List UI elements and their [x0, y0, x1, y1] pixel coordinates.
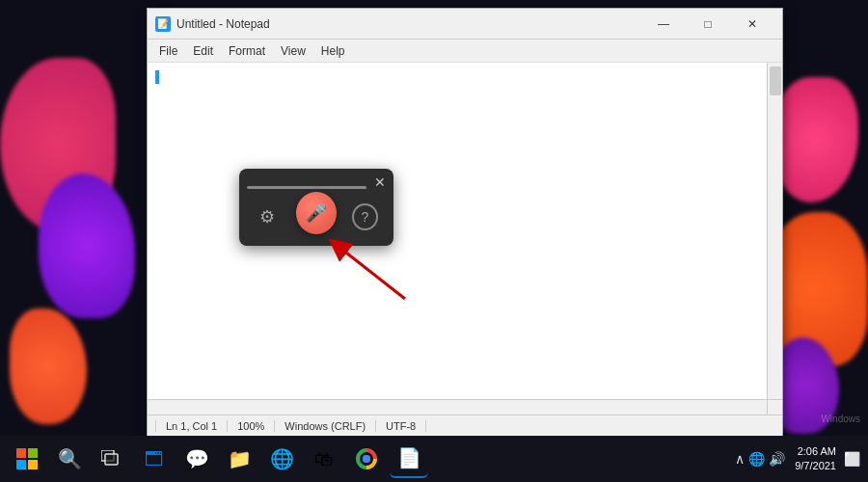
- notepad-app-icon: 📝: [155, 16, 171, 32]
- svg-rect-3: [28, 448, 38, 458]
- microphone-icon: 🎤: [306, 202, 327, 224]
- system-clock[interactable]: 2:06 AM 9/7/2021: [795, 444, 836, 474]
- svg-rect-4: [16, 460, 26, 469]
- help-icon: ?: [362, 209, 369, 225]
- windows-watermark: Windows: [821, 414, 860, 424]
- window-title: Untitled - Notepad: [176, 17, 641, 31]
- taskbar-explorer-button[interactable]: 📁: [220, 440, 258, 478]
- bg-blob-3: [10, 308, 87, 424]
- chrome-icon: [353, 445, 380, 472]
- chat-icon: 💬: [183, 445, 210, 472]
- menu-format[interactable]: Format: [221, 42, 273, 60]
- status-bar: Ln 1, Col 1 100% Windows (CRLF) UTF-8: [148, 415, 782, 436]
- drag-handle[interactable]: [247, 186, 366, 189]
- scroll-corner: [767, 399, 782, 415]
- widgets-icon: 🗔: [141, 445, 168, 472]
- taskbar-edge-button[interactable]: 🌐: [262, 440, 301, 478]
- taskbar-chat-button[interactable]: 💬: [177, 440, 216, 478]
- taskbar-store-button[interactable]: 🛍: [305, 440, 343, 478]
- notification-icon[interactable]: ⬜: [844, 451, 860, 467]
- edge-icon: 🌐: [268, 445, 295, 472]
- bottom-scroll-row: [148, 399, 782, 415]
- scrollbar-thumb[interactable]: [770, 67, 781, 95]
- bg-blob-4: [772, 77, 858, 202]
- tray-volume-icon[interactable]: 🔊: [769, 451, 785, 467]
- voice-help-button[interactable]: ?: [352, 203, 378, 230]
- tray-network-icon[interactable]: 🌐: [748, 451, 765, 467]
- horizontal-scrollbar[interactable]: [148, 399, 767, 415]
- taskbar-chrome-button[interactable]: [347, 440, 386, 478]
- maximize-button[interactable]: □: [686, 9, 730, 40]
- taskview-icon: [98, 445, 125, 472]
- clock-date: 9/7/2021: [795, 459, 836, 473]
- taskbar-taskview-button[interactable]: [93, 440, 131, 478]
- vertical-scrollbar[interactable]: [767, 63, 782, 399]
- voice-mic-button[interactable]: 🎤: [296, 192, 337, 234]
- svg-rect-2: [16, 448, 26, 458]
- voice-popup-controls: ⚙ 🎤 ?: [239, 196, 393, 246]
- menu-file[interactable]: File: [151, 42, 185, 60]
- taskbar-start-button[interactable]: [8, 440, 46, 478]
- tray-chevron-icon[interactable]: ∧: [735, 451, 745, 467]
- close-button[interactable]: ✕: [730, 9, 774, 40]
- menu-edit[interactable]: Edit: [185, 42, 221, 60]
- windows-start-icon: [14, 445, 41, 472]
- clock-time: 2:06 AM: [795, 444, 836, 459]
- window-controls: — □ ✕: [641, 9, 774, 40]
- minimize-button[interactable]: —: [641, 9, 686, 40]
- gear-icon: ⚙: [259, 206, 275, 228]
- taskbar-widgets-button[interactable]: 🗔: [135, 440, 174, 478]
- title-bar: 📝 Untitled - Notepad — □ ✕: [148, 9, 782, 40]
- taskbar: 🔍 🗔 💬 📁 🌐 🛍: [0, 436, 868, 482]
- svg-point-10: [363, 455, 370, 463]
- menu-help[interactable]: Help: [313, 42, 353, 60]
- svg-rect-7: [105, 454, 118, 465]
- menu-bar: File Edit Format View Help: [148, 40, 782, 63]
- zoom-level: 100%: [228, 420, 275, 432]
- menu-view[interactable]: View: [273, 42, 313, 60]
- encoding: UTF-8: [376, 420, 426, 432]
- taskbar-search-button[interactable]: 🔍: [50, 440, 89, 478]
- voice-popup-close-button[interactable]: ✕: [374, 175, 386, 189]
- search-icon: 🔍: [56, 445, 83, 472]
- system-tray: ∧ 🌐 🔊 2:06 AM 9/7/2021 ⬜: [735, 444, 860, 474]
- cursor-position: Ln 1, Col 1: [155, 420, 228, 432]
- taskbar-notepad-button[interactable]: 📄: [390, 440, 428, 478]
- cursor-indicator: [155, 70, 159, 84]
- notepad-taskbar-icon: 📄: [395, 444, 422, 471]
- store-icon: 🛍: [311, 445, 338, 472]
- voice-recording-popup: ✕ ⚙ 🎤 ?: [239, 169, 393, 246]
- line-endings: Windows (CRLF): [275, 420, 376, 432]
- svg-rect-5: [28, 460, 38, 469]
- voice-settings-button[interactable]: ⚙: [255, 203, 281, 230]
- bg-blob-2: [39, 174, 135, 318]
- explorer-icon: 📁: [226, 445, 253, 472]
- tray-icons: ∧ 🌐 🔊: [735, 451, 785, 467]
